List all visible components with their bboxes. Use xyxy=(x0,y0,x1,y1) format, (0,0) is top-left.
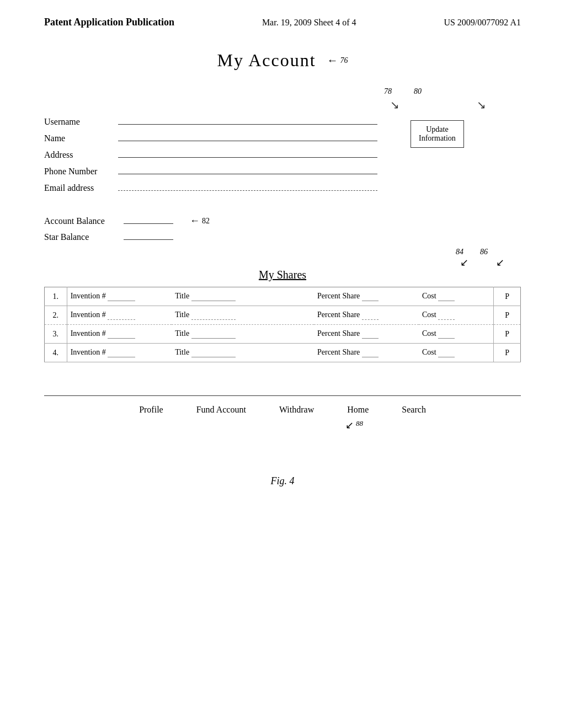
annotation-arrows-row: ↘ ↘ xyxy=(44,98,521,111)
row-2-p-button[interactable]: P xyxy=(494,306,521,325)
row-4-invention: Invention # xyxy=(67,344,172,362)
arrow-82-icon: ← xyxy=(190,215,200,227)
name-label: Name xyxy=(44,133,116,143)
header-date-sheet: Mar. 19, 2009 Sheet 4 of 4 xyxy=(262,18,356,28)
arrow-88-icon: ↙ xyxy=(345,419,354,431)
arrow-78-indicator: ↘ xyxy=(44,98,455,111)
form-fields: Username Name Address Phone Number xyxy=(44,115,377,197)
page: Patent Application Publication Mar. 19, … xyxy=(0,0,565,728)
star-balance-value[interactable] xyxy=(124,230,173,240)
label-78: 78 xyxy=(384,87,392,96)
table-row: 3. Invention # Title Percent Share xyxy=(45,325,521,344)
arrow-label-76: ← 76 xyxy=(327,54,348,67)
my-account-title-row: My Account ← 76 xyxy=(44,50,521,71)
phone-label: Phone Number xyxy=(44,167,116,176)
row-4-percent: Percent Share xyxy=(314,344,419,362)
header: Patent Application Publication Mar. 19, … xyxy=(0,0,565,34)
account-balance-value[interactable] xyxy=(124,214,173,224)
shares-table-body: 1. Invention # Title Percent Share xyxy=(45,287,521,362)
shares-table: 1. Invention # Title Percent Share xyxy=(44,287,521,362)
form-section: Username Name Address Phone Number xyxy=(44,115,521,197)
address-label: Address xyxy=(44,150,116,160)
row-4-p-button[interactable]: P xyxy=(494,344,521,362)
main-content: My Account ← 76 78 80 ↘ ↘ Username xyxy=(0,34,565,504)
username-input[interactable] xyxy=(118,115,377,125)
name-field-row: Name xyxy=(44,131,377,143)
nav-fund-account[interactable]: Fund Account xyxy=(196,405,246,415)
row-4-title: Title xyxy=(172,344,314,362)
balance-section: Account Balance ← 82 Star Balance xyxy=(44,214,521,242)
bottom-nav: Profile Fund Account Withdraw Home Searc… xyxy=(44,395,521,431)
table-row: 2. Invention # Title Percent Share xyxy=(45,306,521,325)
arrow-84-icon: ↙ xyxy=(460,256,468,269)
row-3-num: 3. xyxy=(45,325,67,344)
label-86: 86 xyxy=(480,248,488,256)
arrow-82-annotation: ← 82 xyxy=(190,215,210,227)
row-1-p-button[interactable]: P xyxy=(494,287,521,306)
labels-84-86: 84 86 xyxy=(44,248,521,256)
label-84: 84 xyxy=(456,248,463,256)
nav-withdraw[interactable]: Withdraw xyxy=(279,405,314,415)
star-balance-label: Star Balance xyxy=(44,232,121,242)
row-3-percent: Percent Share xyxy=(314,325,419,344)
row-2-cost: Cost xyxy=(419,306,494,325)
update-info-button[interactable]: UpdateInformation xyxy=(411,120,464,148)
nav-home[interactable]: Home xyxy=(347,405,369,415)
name-input[interactable] xyxy=(118,131,377,141)
label-82: 82 xyxy=(202,217,210,226)
row-3-p-button[interactable]: P xyxy=(494,325,521,344)
row-1-cost: Cost xyxy=(419,287,494,306)
address-input[interactable] xyxy=(118,148,377,158)
star-balance-row: Star Balance xyxy=(44,230,521,242)
label-88: 88 xyxy=(356,419,363,431)
row-2-percent: Percent Share xyxy=(314,306,419,325)
email-label: Email address xyxy=(44,183,116,193)
arrows-84-86: ↙ ↙ xyxy=(44,256,521,269)
table-row: 4. Invention # Title Percent Share xyxy=(45,344,521,362)
nav-profile[interactable]: Profile xyxy=(139,405,163,415)
header-publication: Patent Application Publication xyxy=(44,17,174,28)
phone-input[interactable] xyxy=(118,164,377,174)
row-3-cost: Cost xyxy=(419,325,494,344)
label-76: 76 xyxy=(340,56,348,65)
row-4-cost: Cost xyxy=(419,344,494,362)
label-80: 80 xyxy=(414,87,422,96)
email-field-row: Email address xyxy=(44,181,377,193)
update-info-section: UpdateInformation xyxy=(411,115,521,197)
username-label: Username xyxy=(44,117,116,127)
arrow-88-row: ↙ 88 xyxy=(44,419,521,431)
row-1-title: Title xyxy=(172,287,314,306)
row-1-percent: Percent Share xyxy=(314,287,419,306)
row-1-invention: Invention # xyxy=(67,287,172,306)
username-field-row: Username xyxy=(44,115,377,127)
row-2-num: 2. xyxy=(45,306,67,325)
row-2-title: Title xyxy=(172,306,314,325)
table-row: 1. Invention # Title Percent Share xyxy=(45,287,521,306)
row-3-title: Title xyxy=(172,325,314,344)
labels-78-80: 78 80 xyxy=(44,87,521,96)
email-input[interactable] xyxy=(118,181,377,191)
nav-search[interactable]: Search xyxy=(402,405,426,415)
my-shares-title-row: My Shares xyxy=(44,269,521,281)
account-balance-row: Account Balance ← 82 xyxy=(44,214,521,227)
nav-items: Profile Fund Account Withdraw Home Searc… xyxy=(44,405,521,415)
my-shares-title: My Shares xyxy=(259,269,306,281)
phone-field-row: Phone Number xyxy=(44,164,377,176)
row-4-num: 4. xyxy=(45,344,67,362)
row-2-invention: Invention # xyxy=(67,306,172,325)
arrow-80-indicator: ↘ xyxy=(477,98,521,111)
account-balance-label: Account Balance xyxy=(44,216,121,226)
row-1-num: 1. xyxy=(45,287,67,306)
arrow-76-icon: ← xyxy=(327,54,338,67)
header-patent-number: US 2009/0077092 A1 xyxy=(444,18,521,28)
fig-label: Fig. 4 xyxy=(44,475,521,487)
my-account-title: My Account xyxy=(217,50,316,71)
arrow-86-icon: ↙ xyxy=(496,256,504,269)
address-field-row: Address xyxy=(44,148,377,160)
row-3-invention: Invention # xyxy=(67,325,172,344)
